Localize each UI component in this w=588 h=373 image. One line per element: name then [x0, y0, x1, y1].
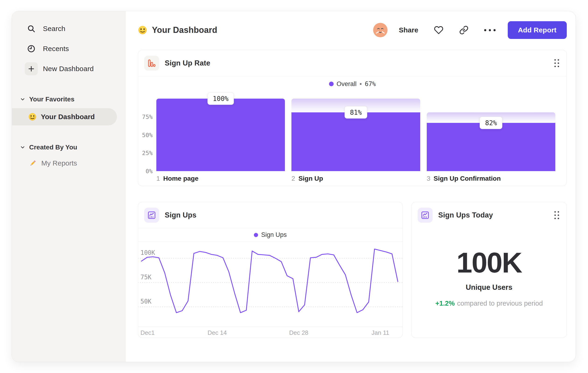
clock-icon	[25, 42, 38, 55]
sidebar-item-new-dashboard[interactable]: New Dashboard	[12, 59, 125, 79]
funnel-y-tick: 25%	[142, 150, 153, 156]
legend-value: 67%	[365, 81, 376, 87]
sidebar-item-your-dashboard[interactable]: Your Dashboard	[12, 108, 117, 125]
funnel-converted-fill	[156, 99, 285, 171]
funnel-legend[interactable]: Overall • 67%	[138, 76, 567, 91]
funnel-converted-fill	[427, 123, 555, 171]
line-chart-icon	[144, 208, 159, 223]
card-sign-ups: Sign Ups Sign Ups 100K75K50K Dec1Dec 14D…	[138, 202, 403, 338]
dashboard-header: Your Dashboard Share	[138, 21, 567, 39]
app-window: Search Recents New Dashboard	[12, 11, 576, 362]
funnel-value-tooltip: 100%	[207, 92, 234, 105]
share-button[interactable]: Share	[399, 26, 418, 34]
smiley-emoji-icon	[138, 25, 147, 35]
line-chart-icon	[418, 208, 433, 223]
funnel-y-axis: 75%50%25%0%	[144, 99, 153, 171]
section-your-favorites[interactable]: Your Favorites	[12, 93, 125, 106]
funnel-value-tooltip: 81%	[345, 106, 367, 119]
sidebar-item-search[interactable]: Search	[12, 19, 125, 39]
line-x-tick: Dec 28	[289, 329, 308, 336]
page-title: Your Dashboard	[152, 25, 217, 35]
sidebar-item-my-reports[interactable]: My Reports	[12, 156, 125, 171]
line-x-tick: Dec 14	[208, 329, 227, 336]
sidebar-item-label: Your Dashboard	[41, 113, 95, 121]
funnel-y-tick: 0%	[146, 168, 153, 175]
main-content: Your Dashboard Share	[126, 11, 576, 362]
smiley-emoji-icon	[28, 113, 37, 121]
funnel-converted-fill	[291, 112, 420, 171]
metric-subtitle: Unique Users	[412, 283, 567, 292]
funnel-bar-home-page[interactable]: 100%	[156, 99, 285, 171]
sidebar-item-label: Recents	[43, 45, 69, 53]
legend-dot	[254, 233, 258, 237]
chevron-down-icon	[20, 98, 25, 101]
funnel-value-tooltip: 82%	[480, 117, 502, 129]
card-header: Sign Up Rate	[138, 50, 567, 76]
metric-delta-row: +1.2%compared to previous period	[412, 300, 567, 307]
section-title: Your Favorites	[29, 96, 74, 103]
card-header: Sign Ups Today	[412, 202, 567, 228]
line-x-tick: Jan 11	[371, 329, 389, 336]
funnel-step-label: 3Sign Up Confirmation	[427, 175, 555, 182]
section-title: Created By You	[29, 144, 77, 151]
line-legend[interactable]: Sign Ups	[138, 228, 402, 242]
funnel-plot: 100%81%82%	[156, 99, 555, 171]
legend-dot	[329, 81, 334, 86]
sidebar-item-recents[interactable]: Recents	[12, 39, 125, 59]
card-title: Sign Up Rate	[165, 59, 210, 67]
search-icon	[25, 22, 38, 35]
funnel-y-tick: 50%	[142, 131, 153, 138]
funnel-y-tick: 75%	[142, 113, 153, 120]
legend-label: Overall	[337, 81, 357, 88]
sidebar-item-label: New Dashboard	[43, 65, 94, 73]
more-options-icon[interactable]	[484, 29, 496, 31]
legend-separator: •	[360, 81, 362, 88]
card-sign-ups-today: Sign Ups Today 100K Unique Users +1.2%co…	[411, 202, 567, 338]
funnel-step-label: 1Home page	[156, 175, 285, 182]
sidebar-item-label: My Reports	[41, 159, 77, 167]
funnel-bar-sign-up[interactable]: 81%	[291, 99, 420, 171]
funnel-step-label: 2Sign Up	[291, 175, 420, 182]
funnel-chart-icon	[144, 56, 159, 71]
copy-link-icon[interactable]	[459, 25, 469, 35]
line-x-axis: Dec1Dec 14Dec 28Jan 11	[138, 327, 402, 338]
drag-handle-icon[interactable]	[553, 58, 560, 69]
plus-icon	[25, 62, 38, 75]
legend-label: Sign Ups	[261, 231, 287, 239]
funnel-x-labels: 1Home page2Sign Up3Sign Up Confirmation	[156, 175, 555, 182]
funnel-chart: 75%50%25%0% 100%81%82% 1Home page2Sign U…	[138, 91, 567, 186]
card-header: Sign Ups	[138, 202, 402, 228]
cards-row: Sign Ups Sign Ups 100K75K50K Dec1Dec 14D…	[138, 202, 567, 338]
page: Search Recents New Dashboard	[0, 0, 588, 373]
drag-handle-icon[interactable]	[553, 210, 560, 221]
delta-value: +1.2%	[435, 300, 455, 307]
avatar[interactable]	[373, 23, 388, 37]
header-actions: Share Add Report	[373, 21, 567, 39]
pencil-emoji-icon	[29, 159, 37, 167]
sign-ups-series-line[interactable]	[141, 249, 398, 313]
card-title: Sign Ups Today	[438, 211, 493, 219]
line-chart[interactable]: 100K75K50K	[138, 242, 402, 327]
metric-value: 100K	[412, 246, 567, 279]
sidebar: Search Recents New Dashboard	[12, 11, 126, 362]
chevron-down-icon	[20, 146, 25, 149]
add-report-button[interactable]: Add Report	[508, 21, 567, 39]
delta-note: compared to previous period	[457, 300, 543, 307]
line-x-tick: Dec1	[140, 329, 155, 336]
card-title: Sign Ups	[165, 211, 197, 219]
funnel-bar-sign-up-confirmation[interactable]: 82%	[427, 99, 555, 171]
favorite-heart-icon[interactable]	[434, 25, 444, 35]
card-sign-up-rate: Sign Up Rate Overall • 67% 75%50%25%0% 1…	[138, 50, 567, 186]
section-created-by-you[interactable]: Created By You	[12, 141, 125, 154]
sidebar-item-label: Search	[43, 25, 65, 33]
